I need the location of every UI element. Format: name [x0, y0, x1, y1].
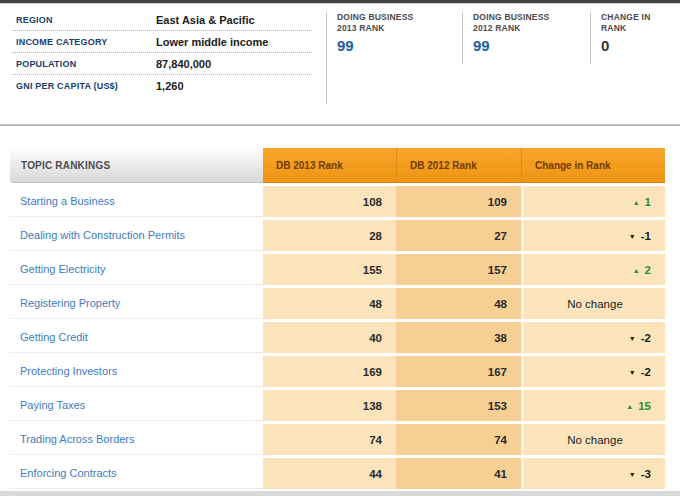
table-row: Getting Electricity155157▲2	[10, 254, 665, 285]
db-2012-rank-cell: 153	[396, 390, 521, 421]
topic-link[interactable]: Trading Across Borders	[10, 424, 263, 455]
table-row: Enforcing Contracts4441▼-3	[10, 458, 665, 489]
db-2013-rank-cell: 155	[263, 254, 396, 285]
change-in-rank-cell: No change	[521, 288, 665, 319]
db2012-rank-box: DOING BUSINESS 2012 RANK 99	[462, 12, 549, 64]
change-in-rank-cell: ▲1	[521, 186, 665, 217]
table-row: Paying Taxes138153▲15	[10, 390, 665, 421]
table-row: Getting Credit4038▼-2	[10, 322, 665, 353]
change-value: -3	[641, 468, 651, 480]
db2012-rank-label-line2: 2012 RANK	[473, 23, 549, 34]
db-2013-rank-cell: 108	[263, 186, 396, 217]
population-value: 87,840,000	[156, 58, 211, 70]
change-value: -2	[641, 332, 651, 344]
down-arrow-icon: ▼	[629, 471, 636, 478]
up-arrow-icon: ▲	[633, 199, 640, 206]
change-value: 1	[645, 196, 651, 208]
profile-row-gni: GNI PER CAPITA (US$) 1,260	[12, 75, 312, 96]
change-in-rank-cell: ▼-2	[521, 356, 665, 387]
db2013-rank-box: DOING BUSINESS 2013 RANK 99	[326, 12, 413, 104]
topic-rankings-table: TOPIC RANKINGS DB 2013 Rank DB 2012 Rank…	[10, 145, 665, 496]
up-arrow-icon: ▲	[633, 267, 640, 274]
income-category-label: INCOME CATEGORY	[16, 37, 156, 47]
change-in-rank-box: CHANGE IN RANK 0	[590, 12, 651, 64]
topic-rankings-header: TOPIC RANKINGS	[10, 148, 263, 183]
table-row: Dealing with Construction Permits2827▼-1	[10, 220, 665, 251]
change-in-rank-label-line2: RANK	[601, 23, 651, 34]
change-in-rank-cell: ▼-3	[521, 458, 665, 489]
topic-link[interactable]: Protecting Investors	[10, 356, 263, 387]
db2012-rank-label-line1: DOING BUSINESS	[473, 12, 549, 23]
db-2013-rank-cell: 74	[263, 424, 396, 455]
change-value: 15	[638, 400, 651, 412]
change-in-rank-value: 0	[601, 37, 651, 54]
country-profile-panel: REGION East Asia & Pacific INCOME CATEGO…	[12, 9, 312, 96]
change-in-rank-cell: ▲15	[521, 390, 665, 421]
db-2013-rank-cell: 138	[263, 390, 396, 421]
top-rule-shadow	[0, 3, 680, 4]
region-label: REGION	[16, 15, 156, 25]
table-row: Protecting Investors169167▼-2	[10, 356, 665, 387]
db-2013-rank-cell: 28	[263, 220, 396, 251]
profile-row-income-category: INCOME CATEGORY Lower middle income	[12, 31, 312, 53]
topic-link[interactable]: Starting a Business	[10, 186, 263, 217]
bottom-strip	[0, 491, 680, 496]
db2013-rank-label-line1: DOING BUSINESS	[337, 12, 413, 23]
db-2012-rank-cell: 27	[396, 220, 521, 251]
topic-rows: Starting a Business108109▲1Dealing with …	[10, 186, 665, 496]
change-value: -2	[641, 366, 651, 378]
change-in-rank-cell: No change	[521, 424, 665, 455]
table-row: Registering Property4848No change	[10, 288, 665, 319]
down-arrow-icon: ▼	[629, 369, 636, 376]
change-in-rank-column-header: Change in Rank	[521, 148, 665, 183]
db-2012-rank-cell: 48	[396, 288, 521, 319]
db-2013-rank-cell: 44	[263, 458, 396, 489]
db-2012-rank-cell: 41	[396, 458, 521, 489]
gni-value: 1,260	[156, 80, 184, 92]
db-2013-rank-cell: 169	[263, 356, 396, 387]
table-row: Starting a Business108109▲1	[10, 186, 665, 217]
topic-link[interactable]: Paying Taxes	[10, 390, 263, 421]
topic-link[interactable]: Getting Credit	[10, 322, 263, 353]
doing-business-country-page: REGION East Asia & Pacific INCOME CATEGO…	[0, 0, 680, 496]
profile-row-region: REGION East Asia & Pacific	[12, 9, 312, 31]
db-2012-rank-column-header: DB 2012 Rank	[396, 148, 521, 183]
down-arrow-icon: ▼	[629, 233, 636, 240]
db2013-rank-label-line2: 2013 RANK	[337, 23, 413, 34]
change-value: 2	[645, 264, 651, 276]
topic-link[interactable]: Registering Property	[10, 288, 263, 319]
population-label: POPULATION	[16, 59, 156, 69]
change-in-rank-label-line1: CHANGE IN	[601, 12, 651, 23]
change-in-rank-cell: ▼-1	[521, 220, 665, 251]
db2012-rank-value: 99	[473, 37, 549, 54]
down-arrow-icon: ▼	[629, 335, 636, 342]
change-value: -1	[641, 230, 651, 242]
change-in-rank-cell: ▲2	[521, 254, 665, 285]
db-2013-rank-cell: 48	[263, 288, 396, 319]
topic-link[interactable]: Getting Electricity	[10, 254, 263, 285]
db-2013-rank-cell: 40	[263, 322, 396, 353]
db-2012-rank-cell: 109	[396, 186, 521, 217]
change-in-rank-cell: ▼-2	[521, 322, 665, 353]
up-arrow-icon: ▲	[626, 403, 633, 410]
table-row: Trading Across Borders7474No change	[10, 424, 665, 455]
income-category-value: Lower middle income	[156, 36, 268, 48]
region-value: East Asia & Pacific	[156, 14, 255, 26]
section-divider	[0, 124, 680, 126]
profile-row-population: POPULATION 87,840,000	[12, 53, 312, 75]
table-header-row: TOPIC RANKINGS DB 2013 Rank DB 2012 Rank…	[10, 148, 665, 183]
gni-label: GNI PER CAPITA (US$)	[16, 81, 156, 91]
db2013-rank-value: 99	[337, 37, 413, 54]
topic-link[interactable]: Enforcing Contracts	[10, 458, 263, 489]
db-2013-rank-column-header: DB 2013 Rank	[263, 148, 396, 183]
db-2012-rank-cell: 157	[396, 254, 521, 285]
db-2012-rank-cell: 74	[396, 424, 521, 455]
topic-link[interactable]: Dealing with Construction Permits	[10, 220, 263, 251]
db-2012-rank-cell: 38	[396, 322, 521, 353]
db-2012-rank-cell: 167	[396, 356, 521, 387]
